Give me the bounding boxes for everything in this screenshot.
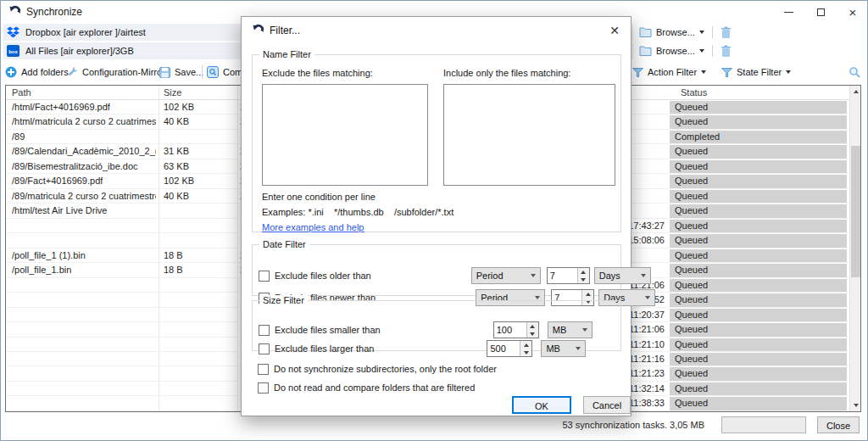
larger-value-input[interactable]	[487, 341, 520, 356]
older-value-stepper[interactable]	[547, 267, 590, 284]
ok-button[interactable]: OK	[512, 396, 571, 414]
cell-path: /89/Fact+4016969.pdf	[12, 176, 103, 186]
scrollbar-thumb[interactable]	[851, 146, 860, 277]
cell-size: 40 KB	[164, 116, 189, 126]
chevron-down-icon	[699, 49, 704, 53]
folder-icon	[639, 27, 652, 38]
cell-status: Queued	[670, 145, 847, 158]
cell-status: Queued	[670, 160, 847, 173]
spin-up-button[interactable]	[520, 341, 531, 349]
scroll-down-button[interactable]	[850, 399, 861, 411]
maximize-button[interactable]	[807, 1, 834, 23]
smaller-unit-select[interactable]: MB	[548, 321, 593, 338]
scroll-up-button[interactable]	[850, 86, 861, 98]
cell-status: Queued	[670, 234, 847, 247]
column-header-status[interactable]: Status	[681, 87, 707, 98]
close-window-button[interactable]: Close	[817, 416, 860, 433]
cell-size: 31 KB	[164, 146, 189, 156]
browse-button[interactable]: Browse...	[639, 27, 704, 38]
wrench-icon	[66, 66, 78, 78]
cell-status: Queued	[670, 309, 847, 321]
size-filter-group: Size Filter Exclude files smaller than M…	[252, 300, 621, 351]
larger-value-stepper[interactable]	[487, 340, 532, 357]
add-folders-button[interactable]: Add folders	[5, 62, 69, 82]
vertical-scrollbar[interactable]	[849, 86, 860, 411]
spin-down-button[interactable]	[520, 349, 531, 356]
cell-status: Queued	[670, 101, 847, 114]
cell-status: Completed	[670, 131, 847, 143]
cell-status: Queued	[670, 249, 847, 262]
cell-status: Queued	[670, 382, 847, 395]
no-read-filtered-checkbox[interactable]	[258, 382, 269, 394]
minimize-button[interactable]	[775, 1, 802, 23]
older-unit-select[interactable]: Days	[594, 267, 651, 284]
compare-button[interactable]: Com	[207, 62, 242, 82]
smaller-value-input[interactable]	[494, 322, 526, 338]
cell-path: /89/Calendari_Acadèmic_2010_2_(1).xls	[12, 146, 156, 156]
cell-path: /89/matricula 2 curso 2 cuatrimestre.pdf	[12, 191, 156, 201]
add-circle-icon	[5, 66, 17, 78]
action-filter-button[interactable]: Action Filter	[632, 62, 706, 82]
older-mode-select[interactable]: Period	[471, 267, 541, 284]
column-header-path[interactable]: Path	[12, 87, 31, 98]
source-path-label: All Files [air explorer]/3GB	[25, 46, 134, 56]
cell-path: /html/test Air Live Drive	[12, 205, 107, 215]
cell-status: Queued	[670, 367, 847, 380]
save-button[interactable]: Save...	[159, 62, 203, 82]
cell-size: 102 KB	[164, 102, 194, 112]
exclude-smaller-checkbox[interactable]	[259, 325, 270, 336]
funnel-icon	[632, 68, 643, 77]
cancel-button[interactable]: Cancel	[583, 396, 631, 414]
cell-status: Queued	[670, 293, 847, 306]
no-subdirectories-checkbox[interactable]	[258, 364, 269, 375]
older-value-input[interactable]	[548, 268, 577, 283]
trash-icon[interactable]	[721, 26, 732, 39]
include-patterns-textarea[interactable]	[443, 84, 615, 186]
configuration-mirror-button[interactable]: Configuration-Mirror	[66, 62, 165, 82]
close-button[interactable]: ×	[839, 1, 866, 23]
cell-status: Queued	[670, 220, 847, 232]
exclude-larger-checkbox[interactable]	[259, 343, 270, 354]
trash-icon[interactable]	[721, 45, 732, 58]
spin-up-button[interactable]	[578, 268, 589, 276]
exclude-matching-label: Exclude the files matching:	[262, 68, 373, 78]
filter-dialog: Filter... ✕ Name Filter Exclude the file…	[241, 16, 632, 416]
name-filter-group: Name Filter Exclude the files matching: …	[252, 54, 621, 232]
browse-button[interactable]: Browse...	[639, 46, 704, 57]
examples-text: Examples: *.ini */thumbs.db /subfolder/*…	[262, 207, 453, 217]
search-button[interactable]	[849, 62, 860, 82]
spin-down-button[interactable]	[527, 330, 538, 338]
spin-down-button[interactable]	[578, 276, 589, 283]
cell-status: Queued	[670, 115, 847, 128]
larger-unit-select[interactable]: MB	[541, 340, 586, 357]
cell-status: Queued	[670, 175, 847, 187]
exclude-older-checkbox[interactable]	[259, 271, 270, 282]
column-header-size[interactable]: Size	[164, 87, 181, 98]
cell-status: Queued	[670, 204, 847, 217]
cell-size: 40 KB	[164, 191, 189, 201]
cell-status: Queued	[670, 264, 847, 276]
cell-size: 18 B	[164, 265, 183, 275]
more-examples-link[interactable]: More examples and help	[262, 222, 364, 232]
dialog-title: Filter...	[270, 25, 300, 36]
dialog-close-button[interactable]: ✕	[607, 23, 622, 38]
exclude-patterns-textarea[interactable]	[262, 84, 428, 186]
date-filter-group: Date Filter Exclude files older than Per…	[252, 244, 621, 296]
spin-up-button[interactable]	[527, 322, 538, 330]
cell-status: Queued	[670, 279, 847, 292]
cell-path: /html/Fact+4016969.pdf	[12, 102, 110, 112]
chevron-down-icon	[699, 31, 704, 34]
condition-hint: Enter one condition per line	[262, 192, 376, 202]
compare-icon	[207, 66, 219, 78]
progress-bar	[721, 416, 806, 433]
save-icon	[159, 67, 170, 78]
cell-status: Queued	[670, 190, 847, 203]
include-matching-label: Include only the files matching:	[443, 68, 570, 78]
smaller-value-stepper[interactable]	[493, 321, 539, 338]
window-title: Synchronize	[26, 6, 82, 18]
state-filter-button[interactable]: State Filter	[721, 62, 791, 82]
spin-up-button[interactable]	[582, 290, 593, 298]
cell-path: /89/Bisemestralització_ibe.doc	[12, 161, 138, 171]
task-summary-text: 53 synchronization tasks. 3,05 MB	[562, 420, 704, 430]
funnel-icon	[721, 68, 732, 77]
